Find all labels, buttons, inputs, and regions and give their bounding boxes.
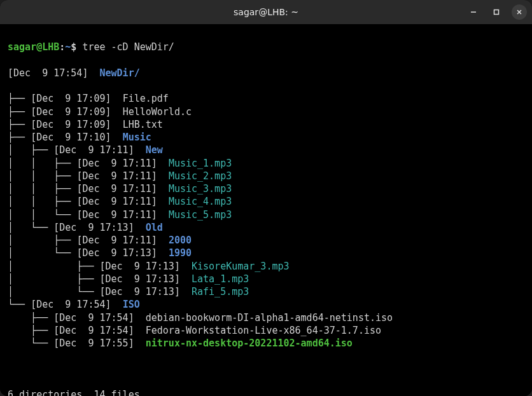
tree-prefix: ├── bbox=[8, 119, 31, 130]
tree-prefix: │ ├── bbox=[8, 261, 100, 272]
command-text: tree -cD NewDir/ bbox=[82, 41, 174, 53]
tree-date: [Dec 9 17:11] bbox=[76, 235, 169, 246]
tree-entry: Music_5.mp3 bbox=[169, 209, 232, 221]
tree-date: [Dec 9 17:11] bbox=[76, 196, 169, 207]
tree-prefix: └── bbox=[8, 299, 31, 310]
summary-line: 6 directories, 14 files bbox=[8, 388, 524, 396]
tree-date: [Dec 9 17:54] bbox=[53, 312, 146, 324]
tree-line: │ └── [Dec 9 17:13] Rafi_5.mp3 bbox=[8, 285, 524, 298]
window-controls bbox=[466, 4, 527, 20]
prompt-dollar: $ bbox=[71, 41, 76, 53]
tree-output: ├── [Dec 9 17:09] File.pdf├── [Dec 9 17:… bbox=[8, 92, 524, 350]
tree-line: │ ├── [Dec 9 17:11] 2000 bbox=[8, 234, 524, 247]
tree-prefix: │ │ ├── bbox=[8, 158, 76, 169]
tree-prefix: │ ├── bbox=[8, 235, 76, 246]
tree-prefix: │ │ ├── bbox=[8, 196, 76, 207]
tree-date: [Dec 9 17:11] bbox=[76, 170, 169, 182]
tree-prefix: │ │ ├── bbox=[8, 170, 76, 182]
tree-date: [Dec 9 17:13] bbox=[76, 247, 169, 259]
tree-entry: Rafi_5.mp3 bbox=[192, 286, 249, 297]
terminal-window: sagar@LHB: ~ sagar@LHB:~$ tree -cD NewDi… bbox=[0, 0, 532, 396]
tree-date: [Dec 9 17:11] bbox=[76, 158, 169, 169]
tree-line: ├── [Dec 9 17:09] File.pdf bbox=[8, 92, 524, 105]
tree-entry: LHB.txt bbox=[123, 119, 163, 130]
tree-entry: New bbox=[146, 144, 163, 156]
tree-entry: nitrux-nx-desktop-20221102-amd64.iso bbox=[146, 338, 353, 349]
tree-date: [Dec 9 17:55] bbox=[53, 338, 146, 349]
tree-prefix: ├── bbox=[8, 325, 53, 336]
tree-date: [Dec 9 17:13] bbox=[100, 273, 192, 285]
tree-prefix: │ └── bbox=[8, 286, 100, 297]
tree-line: │ │ ├── [Dec 9 17:11] Music_3.mp3 bbox=[8, 182, 524, 195]
tree-line: │ │ ├── [Dec 9 17:11] Music_4.mp3 bbox=[8, 195, 524, 208]
tree-entry: Music_4.mp3 bbox=[169, 196, 232, 207]
tree-prefix: │ │ ├── bbox=[8, 183, 76, 195]
tree-entry: Music_2.mp3 bbox=[169, 170, 232, 182]
tree-entry: Lata_1.mp3 bbox=[192, 273, 249, 285]
tree-line: │ │ ├── [Dec 9 17:11] Music_2.mp3 bbox=[8, 170, 524, 182]
tree-prefix: ├── bbox=[8, 132, 31, 143]
tree-date: [Dec 9 17:09] bbox=[31, 93, 123, 104]
tree-prefix: ├── bbox=[8, 312, 53, 324]
tree-date: [Dec 9 17:54] bbox=[31, 299, 123, 310]
tree-line: ├── [Dec 9 17:09] HelloWorld.c bbox=[8, 106, 524, 118]
tree-root: [Dec 9 17:54] NewDir/ bbox=[8, 67, 524, 79]
tree-prefix: │ ├── bbox=[8, 273, 100, 285]
tree-prefix: │ └── bbox=[8, 247, 76, 259]
tree-date: [Dec 9 17:11] bbox=[76, 209, 169, 221]
tree-line: │ └── [Dec 9 17:13] 1990 bbox=[8, 247, 524, 259]
terminal-body[interactable]: sagar@LHB:~$ tree -cD NewDir/ [Dec 9 17:… bbox=[0, 24, 532, 396]
tree-line: │ │ ├── [Dec 9 17:11] Music_1.mp3 bbox=[8, 157, 524, 170]
tree-line: ├── [Dec 9 17:54] debian-bookworm-DI-alp… bbox=[8, 311, 524, 324]
tree-date: [Dec 9 17:11] bbox=[53, 144, 146, 156]
tree-entry: 2000 bbox=[169, 235, 192, 246]
tree-entry: File.pdf bbox=[123, 93, 169, 104]
root-date: [Dec 9 17:54] bbox=[8, 67, 100, 79]
tree-line: ├── [Dec 9 17:10] Music bbox=[8, 131, 524, 144]
prompt-path: ~ bbox=[65, 41, 71, 53]
tree-date: [Dec 9 17:13] bbox=[100, 286, 192, 297]
tree-entry: Old bbox=[146, 222, 163, 233]
minimize-button[interactable] bbox=[466, 4, 481, 20]
maximize-icon bbox=[493, 8, 500, 16]
tree-entry: KisoreKumar_3.mp3 bbox=[192, 261, 290, 272]
tree-line: └── [Dec 9 17:55] nitrux-nx-desktop-2022… bbox=[8, 337, 524, 350]
tree-prefix: │ │ └── bbox=[8, 209, 76, 221]
svg-rect-1 bbox=[494, 10, 499, 15]
tree-date: [Dec 9 17:13] bbox=[53, 222, 146, 233]
prompt-colon: : bbox=[59, 41, 65, 53]
tree-entry: ISO bbox=[123, 299, 140, 310]
tree-entry: 1990 bbox=[169, 247, 192, 259]
close-icon bbox=[515, 8, 523, 16]
tree-prefix: ├── bbox=[8, 93, 31, 104]
tree-line: │ ├── [Dec 9 17:11] New bbox=[8, 144, 524, 156]
tree-date: [Dec 9 17:09] bbox=[31, 119, 123, 130]
maximize-button[interactable] bbox=[489, 4, 504, 20]
prompt-user: sagar@LHB bbox=[8, 41, 59, 53]
tree-entry: Music bbox=[123, 132, 151, 143]
tree-date: [Dec 9 17:13] bbox=[100, 261, 192, 272]
tree-line: │ └── [Dec 9 17:13] Old bbox=[8, 221, 524, 234]
command-line: sagar@LHB:~$ tree -cD NewDir/ bbox=[8, 41, 524, 53]
tree-date: [Dec 9 17:10] bbox=[31, 132, 123, 143]
tree-entry: HelloWorld.c bbox=[123, 106, 192, 118]
tree-line: └── [Dec 9 17:54] ISO bbox=[8, 298, 524, 311]
tree-prefix: └── bbox=[8, 338, 53, 349]
close-button[interactable] bbox=[512, 4, 527, 20]
tree-entry: debian-bookworm-DI-alpha1-amd64-netinst.… bbox=[146, 312, 393, 324]
tree-line: │ │ └── [Dec 9 17:11] Music_5.mp3 bbox=[8, 208, 524, 221]
tree-prefix: │ ├── bbox=[8, 144, 53, 156]
tree-line: │ ├── [Dec 9 17:13] Lata_1.mp3 bbox=[8, 273, 524, 285]
tree-date: [Dec 9 17:54] bbox=[53, 325, 146, 336]
minimize-icon bbox=[470, 8, 477, 16]
tree-entry: Music_3.mp3 bbox=[169, 183, 232, 195]
tree-prefix: │ └── bbox=[8, 222, 53, 233]
tree-prefix: ├── bbox=[8, 106, 31, 118]
tree-entry: Fedora-Workstation-Live-x86_64-37-1.7.is… bbox=[146, 325, 381, 336]
tree-entry: Music_1.mp3 bbox=[169, 158, 232, 169]
tree-line: ├── [Dec 9 17:54] Fedora-Workstation-Liv… bbox=[8, 324, 524, 337]
tree-line: │ ├── [Dec 9 17:13] KisoreKumar_3.mp3 bbox=[8, 260, 524, 273]
window-title: sagar@LHB: ~ bbox=[234, 7, 298, 17]
tree-date: [Dec 9 17:09] bbox=[31, 106, 123, 118]
blank-line bbox=[8, 363, 524, 376]
